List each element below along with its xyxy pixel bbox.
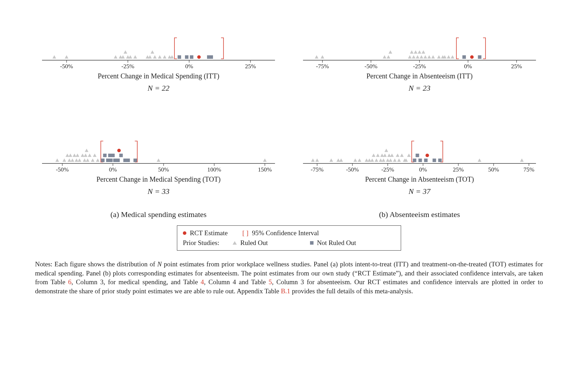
svg-rect-42 [106,159,110,162]
svg-rect-46 [113,159,117,162]
svg-text:-75%: -75% [316,63,329,70]
svg-text:0%: 0% [419,166,427,173]
svg-text:50%: 50% [488,166,499,173]
svg-text:100%: 100% [207,166,221,173]
svg-rect-13 [209,55,213,59]
n-label: N = 23 [296,84,543,93]
svg-rect-69 [415,154,419,157]
svg-rect-48 [119,154,123,157]
svg-rect-71 [424,159,428,162]
ref-link[interactable]: 5 [269,278,272,286]
chart-svg: -50%0%50%100%150% [35,124,282,173]
xlabel: Percent Change in Medical Spending (ITT) [35,72,282,80]
svg-text:-75%: -75% [311,166,324,173]
svg-rect-44 [109,159,113,162]
svg-text:0%: 0% [464,63,472,70]
caption-a: (a) Medical spending estimates [35,210,282,219]
svg-rect-72 [433,159,436,162]
svg-text:-50%: -50% [365,63,378,70]
svg-rect-26 [462,55,466,59]
svg-rect-27 [478,55,481,59]
svg-text:75%: 75% [523,166,534,173]
chart-svg: -75%-50%-25%0%25%50%75% [296,124,543,173]
svg-text:-25%: -25% [381,166,394,173]
svg-rect-68 [413,159,416,162]
svg-rect-45 [111,154,115,157]
svg-text:-50%: -50% [60,63,73,70]
panel-grid: -50%-25%0%25% Percent Change in Medical … [35,21,543,196]
column-captions: (a) Medical spending estimates (b) Absen… [35,210,543,219]
legend-notruled-label: Not Ruled Out [317,239,356,247]
panel-med-tot: -50%0%50%100%150% Percent Change in Medi… [35,124,282,196]
legend: RCT Estimate [ ] 95% Confidence Interval… [177,225,401,251]
svg-rect-11 [190,55,193,59]
xlabel: Percent Change in Absenteeism (TOT) [296,175,543,183]
legend-ruled-label: Ruled Out [240,239,268,247]
ci-bracket-icon: [ ] [242,229,248,237]
svg-text:25%: 25% [511,63,522,70]
svg-rect-47 [116,159,120,162]
svg-point-52 [117,149,121,152]
svg-text:-25%: -25% [122,63,135,70]
svg-rect-43 [108,154,112,157]
svg-point-28 [470,55,474,59]
n-label: N = 37 [296,187,543,196]
chart-svg: -75%-50%-25%0%25% [296,21,543,70]
svg-rect-41 [103,154,106,157]
plot-abs-itt: -75%-50%-25%0%25% [296,21,543,70]
svg-rect-51 [133,159,137,162]
svg-point-74 [426,154,429,157]
ref-link[interactable]: 6 [68,278,72,286]
legend-row-2: Prior Studies: Ruled Out Not Ruled Out [183,239,395,247]
svg-text:0%: 0% [185,63,193,70]
svg-text:50%: 50% [158,166,169,173]
n-label: N = 33 [35,187,282,196]
svg-text:-25%: -25% [413,63,426,70]
svg-text:-50%: -50% [346,166,359,173]
triangle-icon [233,241,237,245]
svg-text:25%: 25% [453,166,464,173]
legend-ci-label: 95% Confidence Interval [252,229,319,237]
figure-notes: Notes: Each figure shows the distributio… [35,260,543,296]
chart-svg: -50%-25%0%25% [35,21,282,70]
n-label: N = 22 [35,84,282,93]
svg-rect-49 [123,159,127,162]
legend-row-1: RCT Estimate [ ] 95% Confidence Interval [183,229,395,237]
svg-rect-70 [419,159,422,162]
svg-rect-9 [178,55,181,59]
panel-abs-tot: -75%-50%-25%0%25%50%75% Percent Change i… [296,124,543,196]
ref-link[interactable]: B.1 [281,287,290,295]
rct-dot-icon [183,231,186,235]
svg-point-14 [197,55,201,59]
svg-text:0%: 0% [109,166,117,173]
plot-abs-tot: -75%-50%-25%0%25%50%75% [296,124,543,173]
ref-link[interactable]: 4 [201,278,204,286]
svg-rect-73 [438,159,442,162]
xlabel: Percent Change in Absenteeism (ITT) [296,72,543,80]
plot-med-tot: -50%0%50%100%150% [35,124,282,173]
svg-rect-40 [101,159,104,162]
svg-rect-50 [126,159,130,162]
panel-med-itt: -50%-25%0%25% Percent Change in Medical … [35,21,282,93]
caption-b: (b) Absenteeism estimates [296,210,543,219]
xlabel: Percent Change in Medical Spending (TOT) [35,175,282,183]
legend-prior-label: Prior Studies: [183,239,219,247]
figure-page: -50%-25%0%25% Percent Change in Medical … [0,0,578,392]
plot-med-itt: -50%-25%0%25% [35,21,282,70]
svg-rect-10 [185,55,188,59]
legend-rct-label: RCT Estimate [190,229,228,237]
square-icon [310,241,314,245]
svg-text:150%: 150% [258,166,272,173]
svg-text:25%: 25% [245,63,256,70]
svg-text:-50%: -50% [56,166,69,173]
panel-abs-itt: -75%-50%-25%0%25% Percent Change in Abse… [296,21,543,93]
